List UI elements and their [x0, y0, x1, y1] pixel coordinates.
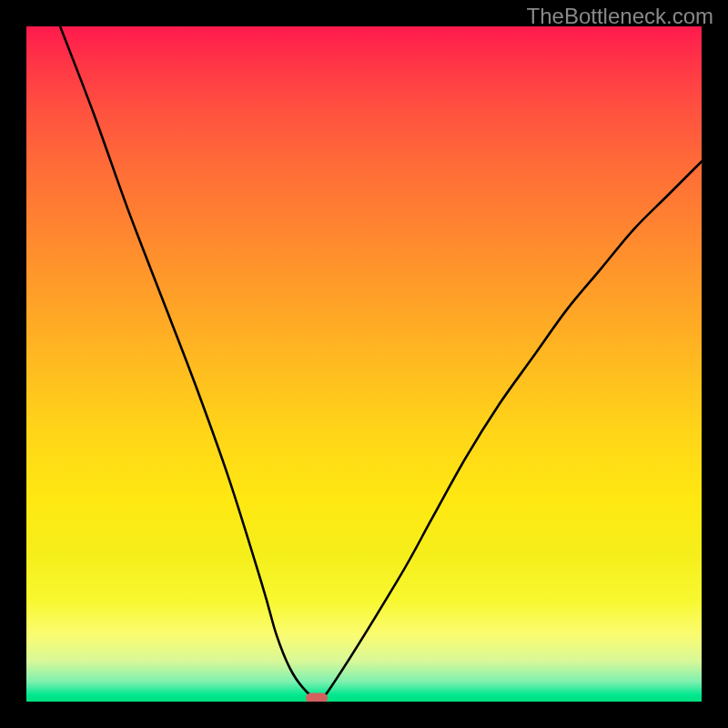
watermark-text: TheBottleneck.com	[527, 4, 713, 29]
plot-area	[26, 26, 702, 702]
bottleneck-curve	[60, 26, 702, 701]
chart-container: TheBottleneck.com	[0, 0, 728, 728]
curve-svg	[26, 26, 702, 702]
minimum-marker	[306, 693, 328, 702]
